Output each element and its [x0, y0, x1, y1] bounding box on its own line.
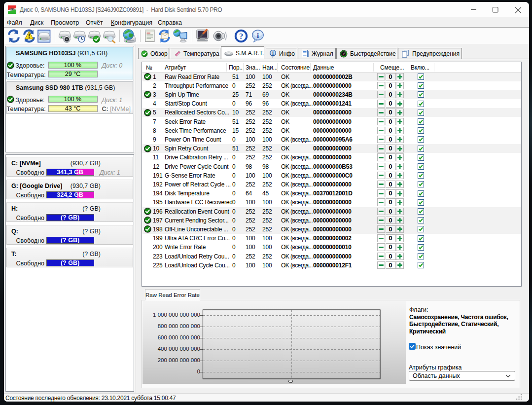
svg-text:?: ? — [239, 31, 243, 40]
svg-text:i: i — [272, 50, 274, 55]
svg-text:i: i — [257, 31, 259, 39]
